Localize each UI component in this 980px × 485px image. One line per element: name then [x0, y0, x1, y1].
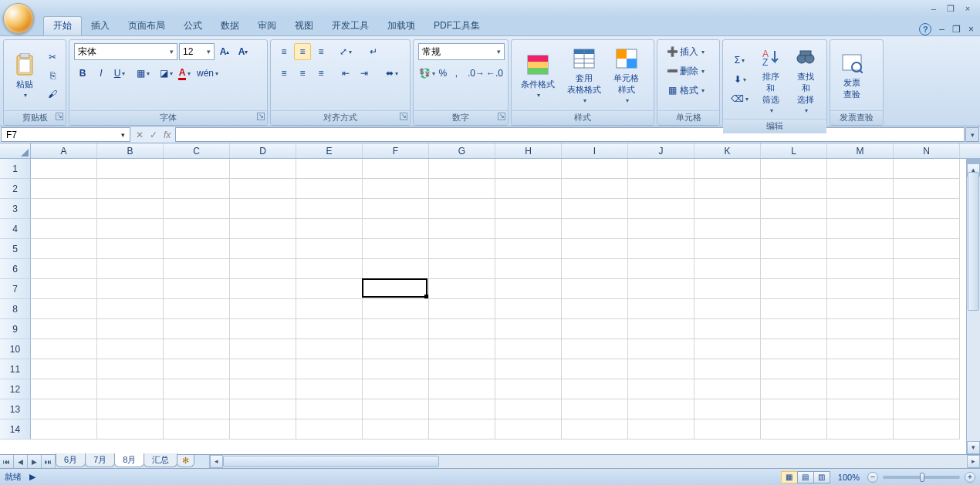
- cell-I14[interactable]: [562, 419, 628, 440]
- cell-J7[interactable]: [628, 279, 694, 299]
- cell-L6[interactable]: [761, 259, 827, 279]
- cell-M10[interactable]: [827, 339, 894, 359]
- zoom-in-button[interactable]: +: [965, 472, 975, 483]
- cell-D11[interactable]: [230, 359, 296, 379]
- cell-H10[interactable]: [495, 339, 562, 359]
- column-header-E[interactable]: E: [296, 143, 363, 158]
- sheet-tab-汇总[interactable]: 汇总: [144, 453, 177, 467]
- cell-C8[interactable]: [164, 299, 230, 319]
- cell-G7[interactable]: [429, 279, 495, 299]
- cell-D1[interactable]: [230, 159, 296, 179]
- cell-E14[interactable]: [296, 419, 363, 440]
- row-header-6[interactable]: 6: [0, 259, 31, 279]
- row-header-10[interactable]: 10: [0, 339, 31, 359]
- sort-filter-button[interactable]: AZ 排序和 筛选▾: [755, 43, 787, 116]
- cell-K11[interactable]: [694, 359, 761, 379]
- cell-B8[interactable]: [97, 299, 164, 319]
- percent-button[interactable]: %: [437, 65, 449, 82]
- cell-B3[interactable]: [97, 199, 164, 219]
- align-left-button[interactable]: ≡: [275, 65, 292, 82]
- format-painter-button[interactable]: 🖌: [44, 86, 61, 103]
- cell-L2[interactable]: [761, 179, 827, 199]
- column-header-H[interactable]: H: [495, 143, 562, 158]
- view-normal-button[interactable]: ▦: [781, 471, 798, 483]
- cell-G8[interactable]: [429, 299, 495, 319]
- cell-F2[interactable]: [363, 179, 429, 199]
- column-header-C[interactable]: C: [164, 143, 230, 158]
- cell-F7[interactable]: [363, 279, 429, 299]
- cell-N12[interactable]: [894, 379, 960, 399]
- row-header-12[interactable]: 12: [0, 379, 31, 399]
- cell-L13[interactable]: [761, 399, 827, 419]
- cell-G2[interactable]: [429, 179, 495, 199]
- cell-G3[interactable]: [429, 199, 495, 219]
- fx-icon[interactable]: fx: [164, 130, 171, 140]
- cell-C9[interactable]: [164, 319, 230, 339]
- view-page-layout-button[interactable]: ▤: [797, 471, 814, 483]
- row-header-4[interactable]: 4: [0, 219, 31, 239]
- cell-A9[interactable]: [31, 319, 97, 339]
- cell-D4[interactable]: [230, 219, 296, 239]
- cell-N10[interactable]: [894, 339, 960, 359]
- cell-B14[interactable]: [97, 419, 164, 440]
- clipboard-launcher[interactable]: ↘: [56, 113, 63, 120]
- cell-C10[interactable]: [164, 339, 230, 359]
- cell-I13[interactable]: [562, 399, 628, 419]
- shrink-font-button[interactable]: A▾: [235, 43, 252, 60]
- cell-H5[interactable]: [495, 239, 562, 259]
- row-header-7[interactable]: 7: [0, 279, 31, 299]
- cell-H2[interactable]: [495, 179, 562, 199]
- cell-B6[interactable]: [97, 259, 164, 279]
- align-top-button[interactable]: ≡: [275, 43, 292, 60]
- cell-N8[interactable]: [894, 299, 960, 319]
- autosum-button[interactable]: Σ▾: [728, 52, 752, 69]
- cell-D10[interactable]: [230, 339, 296, 359]
- cell-I5[interactable]: [562, 239, 628, 259]
- cell-F13[interactable]: [363, 399, 429, 419]
- cell-G14[interactable]: [429, 419, 495, 440]
- cell-C1[interactable]: [164, 159, 230, 179]
- cell-D9[interactable]: [230, 319, 296, 339]
- font-size-combo[interactable]: 12▾: [179, 43, 215, 60]
- cell-I6[interactable]: [562, 259, 628, 279]
- cell-F5[interactable]: [363, 239, 429, 259]
- cell-M8[interactable]: [827, 299, 894, 319]
- cell-N11[interactable]: [894, 359, 960, 379]
- ribbon-restore-button[interactable]: ❐: [952, 24, 961, 35]
- tab-公式[interactable]: 公式: [174, 17, 211, 35]
- cell-I3[interactable]: [562, 199, 628, 219]
- formula-bar-expand[interactable]: ▾: [965, 127, 979, 142]
- cell-D2[interactable]: [230, 179, 296, 199]
- cell-N5[interactable]: [894, 239, 960, 259]
- cell-A5[interactable]: [31, 239, 97, 259]
- font-color-button[interactable]: A▾: [176, 65, 193, 82]
- delete-cells-button[interactable]: ➖删除▾: [662, 62, 715, 79]
- cell-L1[interactable]: [761, 159, 827, 179]
- insert-cells-button[interactable]: ➕插入▾: [662, 43, 715, 60]
- merge-button[interactable]: ⬌▾: [384, 65, 400, 82]
- cell-D12[interactable]: [230, 379, 296, 399]
- cell-F9[interactable]: [363, 319, 429, 339]
- close-button[interactable]: ×: [961, 3, 974, 14]
- cell-D6[interactable]: [230, 259, 296, 279]
- tab-审阅[interactable]: 审阅: [248, 17, 286, 35]
- number-format-combo[interactable]: 常规▾: [418, 43, 505, 60]
- cell-E6[interactable]: [296, 259, 363, 279]
- name-box[interactable]: F7▾: [1, 127, 130, 142]
- cell-K13[interactable]: [694, 399, 761, 419]
- cell-B4[interactable]: [97, 219, 164, 239]
- cell-C11[interactable]: [164, 359, 230, 379]
- cell-M7[interactable]: [827, 279, 894, 299]
- cell-J2[interactable]: [628, 179, 694, 199]
- cell-N6[interactable]: [894, 259, 960, 279]
- cell-A3[interactable]: [31, 199, 97, 219]
- cell-D8[interactable]: [230, 299, 296, 319]
- clear-button[interactable]: ⌫▾: [728, 90, 752, 107]
- cell-F11[interactable]: [363, 359, 429, 379]
- cell-I10[interactable]: [562, 339, 628, 359]
- cell-M3[interactable]: [827, 199, 894, 219]
- cell-H1[interactable]: [495, 159, 562, 179]
- phonetic-button[interactable]: wén▾: [199, 65, 216, 82]
- align-right-button[interactable]: ≡: [313, 65, 329, 82]
- cell-H8[interactable]: [495, 299, 562, 319]
